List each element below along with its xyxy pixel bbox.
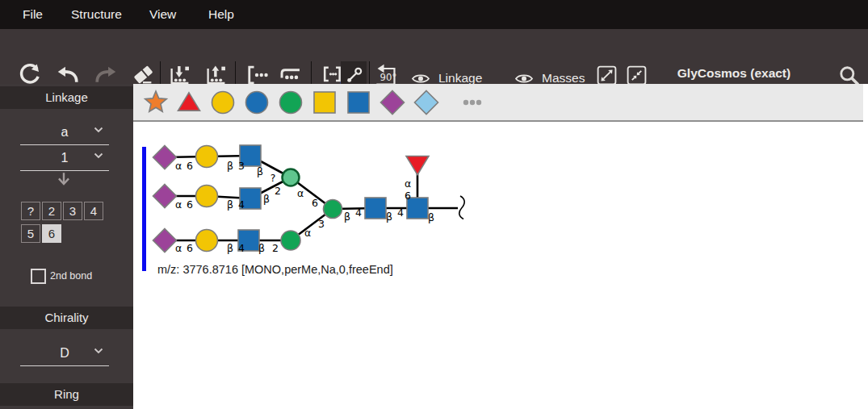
linkage-label: 2: [275, 185, 281, 197]
canvas[interactable]: α6β3β?α6β4β2α6α6β4β2α3β4β4βα6 m/z: 3776.…: [133, 84, 868, 409]
linkage-label: β: [344, 211, 350, 223]
linkage-label: 6: [187, 198, 193, 211]
anomer-select-value: a: [61, 125, 69, 139]
linkage-label: 6: [405, 190, 411, 202]
chevron-down-icon: [94, 119, 103, 139]
from-position-select[interactable]: 1: [20, 148, 109, 171]
from-position-select-value: 1: [61, 151, 69, 165]
linkage-label: 6: [187, 160, 193, 172]
linkage-label: 4: [238, 242, 245, 254]
chirality-select-value: D: [60, 346, 69, 360]
linkage-label: β: [386, 211, 392, 223]
residue-palette: [133, 84, 863, 122]
linkage-label: α: [405, 177, 411, 190]
palette-blue-circle-residue[interactable]: [246, 92, 268, 114]
linkage-label: 3: [238, 160, 245, 172]
glycan-node-circle[interactable]: [281, 231, 300, 250]
linkage-label: 4: [355, 207, 362, 219]
linkage-label: 4: [238, 198, 245, 211]
glycan-node-triangle-down[interactable]: [406, 157, 429, 175]
glycan-node-diamond[interactable]: [153, 146, 177, 169]
glycan-node-circle[interactable]: [196, 186, 218, 207]
second-bond-label: 2nd bond: [50, 269, 92, 282]
glycan-node-circle-highlighted[interactable]: [283, 169, 300, 186]
linkage-label: β: [258, 242, 265, 254]
linkage-label: β: [227, 198, 233, 211]
second-bond-checkbox[interactable]: [31, 269, 46, 284]
linkage-section-header: Linkage: [0, 86, 133, 109]
palette-purple-diamond-residue[interactable]: [381, 91, 405, 115]
linkage-sidebar: Linkage a 1 ? 2 3 4 5 6 2nd bond Chirali…: [0, 84, 133, 409]
palette-orange-star-residue[interactable]: [145, 91, 167, 111]
linkage-label: 6: [312, 197, 318, 209]
more-residues-button[interactable]: [463, 100, 481, 105]
ring-section-header: Ring: [0, 383, 133, 406]
palette-blue-square-residue[interactable]: [348, 92, 369, 113]
linkage-label: α: [175, 198, 182, 211]
palette-green-circle-residue[interactable]: [280, 92, 302, 114]
linkage-info-label-line1: Linkage: [438, 71, 482, 85]
chirality-section-header: Chirality: [0, 307, 133, 329]
linkage-label: α: [304, 227, 311, 239]
linkage-label: 2: [272, 242, 279, 254]
glycan-node-circle[interactable]: [196, 146, 218, 168]
menu-view[interactable]: View: [149, 0, 176, 29]
residue-palette-shapes: [133, 84, 863, 120]
mz-label: m/z: 3776.8716 [MONO,perMe,Na,0,freeEnd]: [157, 263, 393, 276]
menu-help[interactable]: Help: [208, 0, 234, 29]
menu-file[interactable]: File: [23, 0, 43, 29]
arrow-down-icon: [55, 170, 73, 193]
menu-structure[interactable]: Structure: [71, 0, 122, 29]
anomer-select[interactable]: a: [20, 123, 109, 145]
glycan-node-circle[interactable]: [196, 230, 218, 252]
linkage-label: α: [175, 242, 182, 254]
palette-yellow-square-residue[interactable]: [314, 92, 335, 113]
to-position-button-3[interactable]: 3: [63, 202, 82, 220]
glycan-node-diamond[interactable]: [153, 229, 177, 252]
selection-bar: [142, 147, 146, 271]
linkage-label: ?: [270, 172, 276, 184]
linkage-label: β: [227, 242, 233, 254]
linkage-label: α: [297, 187, 304, 199]
to-position-button-5[interactable]: 5: [21, 224, 40, 243]
toolbar: n 90° Linkage info Masses GlyCosmos (exa…: [0, 29, 868, 84]
linkage-label: 6: [187, 242, 193, 254]
palette-red-triangle-residue[interactable]: [178, 93, 200, 111]
to-position-button-4[interactable]: 4: [84, 202, 103, 220]
glycan-node-diamond[interactable]: [153, 185, 177, 208]
linkage-label: β: [227, 160, 233, 172]
chevron-down-icon: [94, 340, 103, 360]
menu-bar: File Structure View Help: [0, 0, 868, 29]
linkage-label: α: [175, 160, 182, 172]
to-position-button-2[interactable]: 2: [42, 202, 61, 220]
palette-yellow-circle-residue[interactable]: [212, 92, 234, 114]
svg-text:90°: 90°: [380, 72, 397, 83]
to-position-button-unknown[interactable]: ?: [21, 202, 40, 220]
palette-lightblue-diamond-residue[interactable]: [415, 91, 438, 115]
linkage-label: β: [263, 193, 270, 205]
to-position-button-6-selected[interactable]: 6: [42, 224, 61, 243]
linkage-label: 4: [397, 207, 404, 219]
linkage-label: 3: [318, 218, 325, 230]
database-select-value: GlyCosmos (exact): [657, 66, 811, 81]
chirality-select[interactable]: D: [20, 344, 109, 366]
glycan-node-square[interactable]: [365, 198, 386, 219]
glycan-node-circle[interactable]: [324, 200, 342, 219]
linkage-label: β: [428, 211, 434, 223]
chevron-down-icon: [94, 145, 103, 165]
linkage-label: β: [257, 165, 263, 177]
free-end-marker: [459, 196, 464, 219]
